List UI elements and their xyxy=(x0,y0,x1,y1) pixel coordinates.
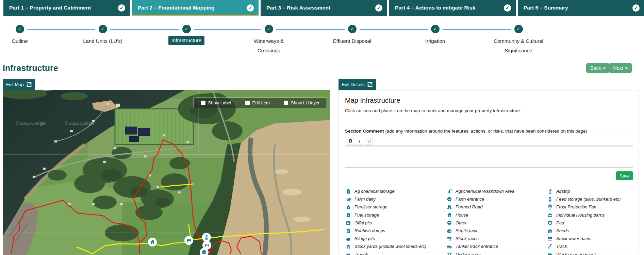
farm-dairy-icon xyxy=(346,197,351,202)
tab-part-3[interactable]: Part 3 – Risk Assessment ✓ xyxy=(261,0,387,16)
show-lu-layer-checkbox[interactable]: Show LU layer xyxy=(284,100,320,105)
checkbox-icon[interactable] xyxy=(201,101,205,105)
step-check-icon[interactable]: ✓ xyxy=(265,25,273,33)
icon-item-feed-storage[interactable]: Feed storage (silos, bunkers etc) xyxy=(547,195,644,203)
step-check-icon[interactable]: ✓ xyxy=(99,25,107,33)
section-comment-label: Section Comment (add any information aro… xyxy=(345,129,587,134)
tab-part-1[interactable]: Part 1 – Property and Catchment ✓ xyxy=(3,0,130,16)
fuel-storage-icon xyxy=(346,212,351,218)
expand-icon xyxy=(27,82,32,87)
icon-item-underpasses[interactable]: Underpasses xyxy=(447,251,545,255)
icon-item-septic-tank[interactable]: Septic tank xyxy=(447,227,545,235)
step-infrastructure: ✓ Infrastructure xyxy=(146,25,227,45)
chevron-right-icon: > xyxy=(625,66,628,71)
check-circle-icon: ✓ xyxy=(247,4,254,12)
edit-item-checkbox[interactable]: Edit Item xyxy=(245,100,270,105)
icon-item-individual-housing-barns[interactable]: Individual Housing barns xyxy=(547,211,644,219)
icon-item-ag-chemical-storage[interactable]: Ag chemical storage xyxy=(346,187,444,195)
individual-housing-barns-icon xyxy=(547,212,553,218)
step-outline: ✓ Outline xyxy=(0,25,61,46)
icon-item-fertiliser-storage[interactable]: Fertiliser storage xyxy=(346,203,444,211)
full-map-tab[interactable]: Full Map xyxy=(3,79,35,90)
icon-item-agrichemical-washdown[interactable]: Agrichemical Washdown Area xyxy=(447,187,545,195)
icon-item-other[interactable]: Other xyxy=(447,219,545,227)
icon-item-tanker-track-entrance[interactable]: Tanker track entrance xyxy=(447,242,545,250)
map-marker-house[interactable] xyxy=(148,238,157,247)
stock-water-dams-icon xyxy=(547,236,553,241)
icon-item-waste-management[interactable]: Waste management xyxy=(547,251,644,255)
tab-label: Part 2 – Foundational Mapping xyxy=(138,0,215,15)
map-image: © 2025 Google © 2025 Google xyxy=(3,90,330,255)
check-circle-icon: ✓ xyxy=(632,4,640,12)
icon-item-sheds[interactable]: Sheds xyxy=(547,227,644,235)
step-label[interactable]: Outline xyxy=(0,36,61,46)
bold-button[interactable]: B xyxy=(347,137,354,144)
icon-item-silage-pits[interactable]: Silage pits xyxy=(346,235,444,242)
icon-item-formed-road[interactable]: Formed Road xyxy=(447,203,545,211)
step-check-icon[interactable]: ✓ xyxy=(16,25,24,33)
frost-protection-fan-icon xyxy=(547,204,553,210)
back-button[interactable]: Back< xyxy=(586,63,610,73)
tab-part-2[interactable]: Part 2 – Foundational Mapping ✓ xyxy=(132,0,259,16)
tab-part-5[interactable]: Part 5 – Summary ✓ xyxy=(518,0,644,16)
checkbox-icon[interactable] xyxy=(284,101,288,105)
icon-item-pad[interactable]: Pad xyxy=(547,219,644,227)
checkbox-label: Edit Item xyxy=(252,100,270,105)
map-marker-stock-races[interactable] xyxy=(184,236,193,245)
tab-part-4[interactable]: Part 4 – Actions to mitigate Risk ✓ xyxy=(389,0,516,16)
step-label[interactable]: Effluent Disposal xyxy=(311,36,393,46)
offal-pits-icon xyxy=(346,220,351,225)
step-irrigation: ✓ Irrigation xyxy=(394,25,476,46)
waste-management-icon xyxy=(547,252,553,255)
underline-button[interactable]: U xyxy=(365,137,373,144)
icon-item-stock-yards[interactable]: Stock yards (include wool sheds etc) xyxy=(346,242,444,250)
step-waterways-crossings: ✓ Waterways & Crossings xyxy=(228,25,310,55)
feed-storage-icon xyxy=(547,197,553,202)
stock-yards-icon xyxy=(346,244,351,249)
icon-item-stock-water-dams[interactable]: Stock water dams xyxy=(547,235,644,242)
icon-item-fuel-storage[interactable]: Fuel storage xyxy=(346,211,444,219)
full-map-label: Full Map xyxy=(6,82,24,87)
farm-plan-app: Part 1 – Property and Catchment ✓ Part 2… xyxy=(0,0,644,255)
step-label[interactable]: Land Units (LU's) xyxy=(62,36,144,46)
details-heading: Map Infrastructure xyxy=(345,97,400,104)
step-check-icon[interactable]: ✓ xyxy=(514,25,523,33)
icon-item-track[interactable]: Track xyxy=(547,242,644,250)
step-label[interactable]: Community & Cultural Significance xyxy=(478,36,559,55)
tanker-track-entrance-icon xyxy=(447,244,452,249)
icon-item-farm-entrance[interactable]: Farm entrance xyxy=(447,195,545,203)
icon-item-stock-races[interactable]: Stock races xyxy=(447,235,545,242)
icon-item-frost-protection-fan[interactable]: Frost Protection Fan xyxy=(547,203,644,211)
richtext-toolbar: B I U xyxy=(345,136,633,146)
underpasses-icon xyxy=(447,252,452,255)
checkbox-icon[interactable] xyxy=(245,101,250,105)
icon-item-trough[interactable]: Trough xyxy=(346,251,444,255)
tab-label: Part 3 – Risk Assessment xyxy=(266,0,330,15)
details-description: Click an icon and place it on the map to… xyxy=(345,108,521,113)
icon-item-airstrip[interactable]: Airstrip xyxy=(547,187,644,195)
icon-item-house[interactable]: House xyxy=(447,211,545,219)
next-button[interactable]: Next> xyxy=(609,63,632,73)
icon-item-rubbish-dumps[interactable]: Rubbish dumps xyxy=(346,227,444,235)
icon-item-offal-pits[interactable]: Offal pits xyxy=(346,219,444,227)
italic-button[interactable]: I xyxy=(356,137,363,144)
step-check-icon[interactable]: ✓ xyxy=(431,25,440,33)
step-community-cultural: ✓ Community & Cultural Significance xyxy=(478,25,559,55)
tab-label: Part 5 – Summary xyxy=(524,0,568,15)
pad-icon xyxy=(547,220,553,225)
full-details-label: Full Details xyxy=(342,82,365,87)
section-comment-input[interactable] xyxy=(345,147,633,168)
step-check-icon[interactable]: ✓ xyxy=(182,25,191,33)
step-label[interactable]: Waterways & Crossings xyxy=(228,36,310,55)
step-check-icon[interactable]: ✓ xyxy=(348,25,357,33)
save-button[interactable]: Save xyxy=(616,171,633,180)
check-circle-icon: ✓ xyxy=(118,4,125,12)
map-marker-feed-storage[interactable] xyxy=(202,233,211,242)
satellite-map[interactable]: © 2025 Google © 2025 Google Show Label E… xyxy=(3,90,330,255)
step-label-active[interactable]: Infrastructure xyxy=(168,36,204,45)
show-label-checkbox[interactable]: Show Label xyxy=(201,100,231,105)
step-label[interactable]: Irrigation xyxy=(394,36,476,46)
full-details-tab[interactable]: Full Details xyxy=(338,79,376,90)
icon-item-farm-dairy[interactable]: Farm dairy xyxy=(346,195,444,203)
chevron-left-icon: < xyxy=(603,66,606,71)
